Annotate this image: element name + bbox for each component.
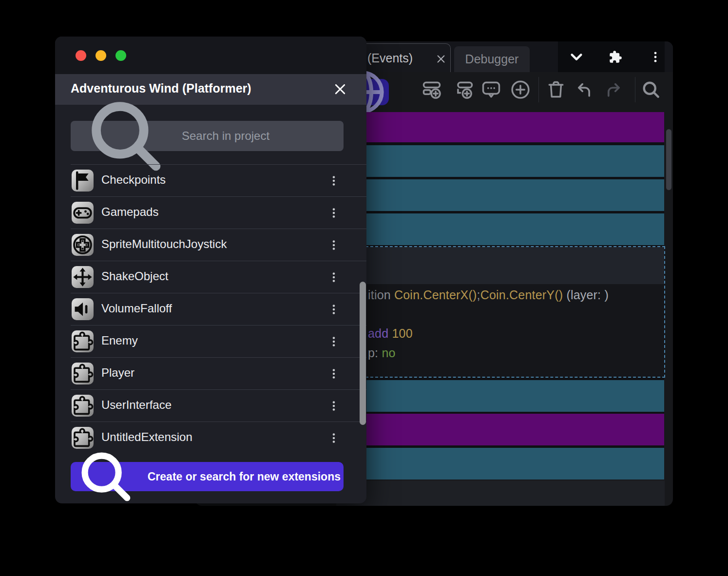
search-icon[interactable] bbox=[640, 79, 662, 100]
extensions-dialog: Adventurous Wind (Platformer) Checkpoint… bbox=[55, 37, 366, 503]
toolbar-divider bbox=[538, 77, 539, 102]
extension-label: Player bbox=[101, 366, 134, 380]
extension-list-item[interactable]: UserInterface bbox=[71, 389, 366, 422]
event-row-teal[interactable] bbox=[341, 213, 664, 245]
kebab-menu-icon[interactable] bbox=[327, 270, 340, 285]
event-row-teal[interactable] bbox=[341, 380, 664, 412]
add-subevent-icon[interactable] bbox=[453, 79, 475, 100]
code-token: p: bbox=[368, 346, 382, 360]
puzzle-icon bbox=[72, 395, 94, 417]
puzzle-icon bbox=[72, 330, 94, 352]
undo-icon[interactable] bbox=[574, 79, 595, 100]
kebab-menu-icon[interactable] bbox=[327, 399, 340, 413]
chevron-down-icon[interactable] bbox=[569, 49, 584, 65]
add-circle-icon[interactable] bbox=[510, 79, 531, 100]
search-input[interactable] bbox=[181, 129, 334, 143]
extension-list-item[interactable]: SpriteMultitouchJoystick bbox=[71, 229, 366, 261]
macos-minimize-button[interactable] bbox=[96, 50, 106, 61]
kebab-menu-icon[interactable] bbox=[327, 334, 340, 349]
extension-label: ShakeObject bbox=[101, 269, 168, 283]
trash-icon[interactable] bbox=[545, 79, 567, 100]
joystick-icon bbox=[72, 234, 94, 256]
code-token: ; bbox=[477, 288, 480, 302]
extension-label: SpriteMultitouchJoystick bbox=[101, 237, 227, 251]
code-token: add bbox=[368, 326, 392, 340]
macos-close-button[interactable] bbox=[76, 50, 86, 61]
event-code-line: ition Coin.CenterX();Coin.CenterY() (lay… bbox=[368, 288, 609, 302]
extensions-puzzle-icon[interactable] bbox=[609, 50, 622, 64]
kebab-menu-icon[interactable] bbox=[327, 238, 340, 252]
event-row-teal[interactable] bbox=[341, 179, 664, 211]
kebab-menu-icon[interactable] bbox=[649, 50, 662, 64]
event-code-line: p: no bbox=[368, 346, 396, 360]
add-event-icon[interactable] bbox=[421, 79, 442, 100]
code-token: ition bbox=[368, 288, 394, 302]
event-row-teal[interactable] bbox=[341, 145, 664, 177]
extension-label: VolumeFalloff bbox=[101, 302, 172, 315]
cta-label: Create or search for new extensions bbox=[148, 470, 341, 483]
extension-label: Enemy bbox=[101, 334, 138, 347]
kebab-menu-icon[interactable] bbox=[327, 173, 340, 188]
event-code-line: add 100 bbox=[368, 326, 413, 341]
search-icon bbox=[74, 444, 138, 503]
extension-list-item[interactable]: VolumeFalloff bbox=[71, 293, 366, 325]
dialog-scrollbar-thumb[interactable] bbox=[360, 282, 366, 425]
extension-list-item[interactable]: Player bbox=[71, 357, 366, 389]
events-sheet-footer bbox=[336, 480, 665, 506]
code-token: no bbox=[382, 346, 395, 360]
selected-event-block[interactable]: ition Coin.CenterX();Coin.CenterY() (lay… bbox=[341, 246, 665, 378]
close-icon[interactable] bbox=[333, 82, 347, 96]
kebab-menu-icon[interactable] bbox=[327, 366, 340, 381]
extension-list-item[interactable]: Gamepads bbox=[71, 196, 366, 229]
tab-debugger[interactable]: Debugger bbox=[454, 46, 530, 72]
event-row-purple[interactable] bbox=[341, 112, 664, 142]
flag-icon bbox=[72, 170, 94, 192]
code-token: 100 bbox=[392, 326, 412, 340]
kebab-menu-icon[interactable] bbox=[327, 206, 340, 220]
add-comment-icon[interactable] bbox=[480, 79, 502, 100]
puzzle-icon bbox=[72, 363, 94, 384]
code-token: Coin.CenterY() bbox=[480, 288, 563, 302]
event-row-purple[interactable] bbox=[341, 414, 664, 445]
event-row-teal[interactable] bbox=[341, 448, 664, 480]
extension-list-item[interactable]: Checkpoints bbox=[71, 164, 366, 196]
extension-list-item[interactable]: ShakeObject bbox=[71, 261, 366, 293]
kebab-menu-icon[interactable] bbox=[327, 431, 340, 445]
create-or-search-extensions-button[interactable]: Create or search for new extensions bbox=[71, 462, 344, 491]
extension-label: UntitledExtension bbox=[101, 430, 192, 444]
extension-label: Gamepads bbox=[101, 205, 158, 219]
event-conditions-band bbox=[342, 247, 664, 284]
code-token: Coin.CenterX() bbox=[394, 288, 477, 302]
tab-debugger-label: Debugger bbox=[465, 52, 519, 66]
extension-list-item[interactable]: Enemy bbox=[71, 325, 366, 357]
toolbar-divider bbox=[635, 77, 635, 102]
macos-zoom-button[interactable] bbox=[115, 50, 126, 61]
tab-events-label: (Events) bbox=[367, 51, 413, 65]
code-token: (layer: ) bbox=[566, 288, 609, 302]
project-search-field[interactable] bbox=[71, 121, 344, 151]
kebab-menu-icon[interactable] bbox=[327, 302, 340, 317]
extension-label: UserInterface bbox=[101, 398, 172, 412]
gamepad-icon bbox=[72, 202, 94, 224]
tab-close-icon[interactable] bbox=[436, 54, 446, 64]
redo-icon[interactable] bbox=[602, 79, 624, 100]
move-icon bbox=[72, 266, 94, 288]
screen: (Events) Debugger ition Coin.CenterX();C… bbox=[0, 0, 728, 576]
volume-icon bbox=[72, 298, 94, 320]
dialog-titlebar bbox=[55, 37, 366, 74]
events-scrollbar-thumb[interactable] bbox=[666, 129, 671, 190]
extension-label: Checkpoints bbox=[101, 173, 166, 187]
